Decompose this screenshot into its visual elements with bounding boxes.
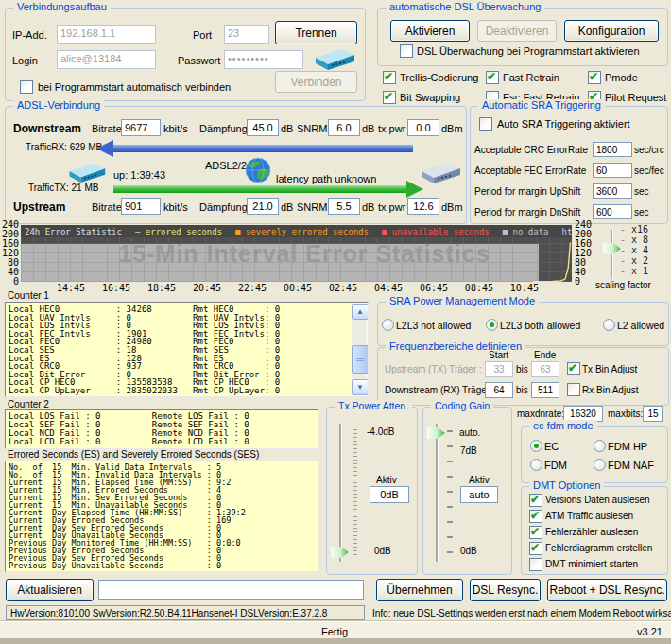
connect-button[interactable]: Verbinden bbox=[275, 71, 357, 93]
tx-atten-value-field[interactable]: 0dB bbox=[370, 486, 409, 503]
l2l3-both-allowed-radio[interactable] bbox=[486, 319, 498, 331]
counter1-label: Counter 1 bbox=[8, 290, 49, 301]
fdm-radio[interactable] bbox=[530, 459, 542, 471]
apply-button[interactable]: Übernehmen bbox=[376, 579, 463, 601]
scaling-slider-track[interactable] bbox=[611, 230, 613, 279]
sra-upshift-field[interactable]: 3600 bbox=[593, 183, 632, 199]
down-snrm-field[interactable]: 6.0 bbox=[328, 119, 360, 136]
coding-gain-value-field[interactable]: auto bbox=[460, 486, 498, 503]
fehlerdiagramm-label: Fehlerdiagramm erstellen bbox=[545, 543, 652, 553]
up-snrm-field[interactable]: 5.5 bbox=[328, 198, 360, 215]
bit-swapping-checkbox[interactable] bbox=[383, 91, 396, 104]
connection-title: Verbindungsaufbau bbox=[13, 1, 111, 12]
x-axis-tick: 08:45 bbox=[465, 283, 493, 293]
login-field[interactable]: alice@13184 bbox=[57, 50, 156, 69]
sra-crc-field[interactable]: 1800 bbox=[593, 142, 632, 157]
ip-field[interactable]: 192.168.1.1 bbox=[57, 25, 156, 44]
scale-label: x 2 bbox=[620, 255, 648, 266]
up-daempfung-field[interactable]: 21.0 bbox=[247, 198, 279, 215]
ec-radio[interactable] bbox=[530, 440, 542, 452]
upstream-arrow-head bbox=[406, 181, 423, 198]
coding-gain-slider-track[interactable] bbox=[436, 424, 439, 562]
counter2-listbox[interactable]: Local LOS Fail : 0 Remote LOS Fail : 0 L… bbox=[5, 409, 318, 449]
disconnect-button[interactable]: Trennen bbox=[275, 21, 357, 44]
tx-bin-adjust-checkbox[interactable] bbox=[567, 362, 580, 375]
x-axis-tick: 16:45 bbox=[102, 283, 130, 293]
dmt-minimiert-checkbox[interactable] bbox=[529, 558, 542, 571]
sra-power-title: SRA Power Management Mode bbox=[386, 295, 539, 306]
bottom-edge-strip bbox=[0, 638, 671, 644]
freq-up-start-field[interactable]: 33 bbox=[485, 361, 513, 377]
scaling-slider-thumb[interactable] bbox=[603, 243, 621, 254]
counter1-text: Local HEC0 : 34268 Rmt HEC0 : 0 Local UA… bbox=[6, 303, 368, 395]
rx-bin-adjust-checkbox[interactable] bbox=[567, 383, 580, 396]
monitoring-startup-checkbox[interactable] bbox=[400, 44, 413, 58]
freq-down-start-field[interactable]: 64 bbox=[485, 382, 513, 398]
coding-gain-aktiv-label: Aktiv bbox=[469, 475, 490, 485]
freq-up-end-field[interactable]: 63 bbox=[531, 361, 559, 377]
downstream-arrow-head bbox=[96, 140, 113, 157]
legend-item: — errored seconds bbox=[135, 227, 222, 236]
up-bitrate-field[interactable]: 901 bbox=[121, 198, 161, 215]
command-field[interactable] bbox=[98, 580, 364, 600]
ec-label: EC bbox=[544, 441, 559, 452]
chart-legend: 24h Error Statistic — errored seconds■ s… bbox=[21, 225, 572, 237]
ip-label: IP-Add. bbox=[12, 29, 47, 41]
uptime-label: up: 1:39:43 bbox=[113, 169, 165, 181]
fast-retrain-checkbox[interactable] bbox=[486, 71, 499, 84]
chart-y-axis-right: 24020016012080400 bbox=[575, 220, 597, 287]
sra-trigger-checkbox[interactable] bbox=[479, 117, 492, 131]
activate-button[interactable]: Aktivieren bbox=[390, 20, 470, 42]
dbm-label-down: dBm bbox=[441, 123, 463, 134]
reboot-resync-button[interactable]: Reboot + DSL Resync. bbox=[547, 579, 667, 601]
dsl-resync-button[interactable]: DSL Resync. bbox=[470, 579, 541, 601]
snrm-label-up: SNRM bbox=[297, 201, 327, 213]
scaling-labels: x16x 8x 4x 2x 1 bbox=[620, 224, 648, 273]
versions-daten-checkbox[interactable] bbox=[529, 494, 542, 507]
down-daempfung-field[interactable]: 45.0 bbox=[247, 119, 279, 136]
l2-allowed-radio[interactable] bbox=[603, 319, 615, 331]
ecfdm-title: ec fdm mode bbox=[529, 420, 597, 431]
down-txpwr-field[interactable]: 0.0 bbox=[407, 119, 439, 136]
counter1-listbox[interactable]: Local HEC0 : 34268 Rmt HEC0 : 0 Local UA… bbox=[5, 302, 369, 397]
atm-traffic-checkbox[interactable] bbox=[529, 510, 542, 523]
fehlerdiagramm-checkbox[interactable] bbox=[529, 542, 542, 555]
pilot-request-label: Pilot Request bbox=[605, 92, 666, 103]
version-text: v3.21 bbox=[637, 626, 662, 637]
scroll-up-icon[interactable]: ▲ bbox=[352, 304, 369, 320]
trellis-checkbox[interactable] bbox=[383, 71, 396, 84]
sra-dnshift-field[interactable]: 600 bbox=[593, 204, 632, 219]
chart-x-axis: 14:4516:4518:4520:4522:4500:4502:4504:45… bbox=[57, 283, 539, 293]
fdm-hp-radio[interactable] bbox=[594, 440, 606, 452]
x-axis-tick: 20:45 bbox=[193, 283, 221, 293]
counter1-scrollbar[interactable]: ▲ ▼ bbox=[352, 304, 367, 395]
password-field[interactable]: ••••••••• bbox=[224, 50, 303, 69]
freq-ende-label: Ende bbox=[534, 350, 556, 360]
freq-bis-label: bis bbox=[516, 385, 528, 395]
up-txpwr-field[interactable]: 12.6 bbox=[407, 198, 439, 215]
es-listbox[interactable]: No. of 15 Min. Valid Data Intervals : 5 … bbox=[5, 461, 318, 572]
scrollbar-thumb[interactable] bbox=[352, 345, 369, 374]
scroll-down-icon[interactable]: ▼ bbox=[352, 379, 369, 395]
txpwr-label-up: tx pwr bbox=[378, 201, 405, 213]
scale-label: x 4 bbox=[620, 245, 648, 255]
deactivate-button[interactable]: Deaktivieren bbox=[477, 20, 557, 42]
refresh-button[interactable]: Aktualisieren bbox=[6, 579, 94, 601]
x-axis-tick: 18:45 bbox=[147, 283, 176, 293]
freq-down-end-field[interactable]: 511 bbox=[531, 382, 559, 398]
l2l3-not-allowed-radio[interactable] bbox=[382, 319, 394, 331]
tx-atten-title: Tx Power Atten. bbox=[335, 400, 412, 411]
snrm-label-down: SNRM bbox=[297, 123, 327, 134]
maxbits-field[interactable]: 15 bbox=[643, 406, 663, 422]
local-modem-icon bbox=[64, 159, 108, 185]
pmode-checkbox[interactable] bbox=[588, 71, 601, 84]
fdm-naf-radio[interactable] bbox=[594, 459, 606, 471]
port-field[interactable]: 23 bbox=[224, 25, 269, 44]
configuration-button[interactable]: Konfiguration bbox=[564, 20, 659, 42]
tx-atten-slider-track[interactable] bbox=[339, 424, 342, 562]
fehlerzaehler-checkbox[interactable] bbox=[529, 526, 542, 539]
chart-y-axis-left: 24020016012080400 bbox=[0, 220, 19, 287]
down-bitrate-field[interactable]: 9677 bbox=[121, 119, 161, 136]
autoconnect-checkbox[interactable] bbox=[20, 80, 33, 94]
sra-fec-field[interactable]: 60 bbox=[593, 163, 632, 178]
